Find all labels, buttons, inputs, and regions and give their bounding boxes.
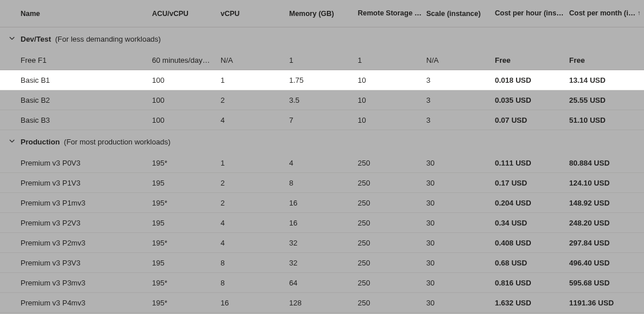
cell-memory: 7 — [289, 116, 358, 124]
cell-memory: 1 — [289, 56, 358, 65]
sort-ascending-icon[interactable]: ↑ — [638, 9, 641, 16]
table-row[interactable]: Premium v3 P3mv3195*864250300.816 USD595… — [0, 273, 644, 293]
cell-vcpu: 2 — [221, 179, 289, 187]
cell-scale: 3 — [426, 96, 495, 104]
cell-vcpu: 1 — [221, 76, 289, 84]
table-row[interactable]: Premium v3 P4mv3195*16128250301.632 USD1… — [0, 293, 644, 313]
cell-memory: 32 — [289, 239, 358, 247]
cell-storage: 250 — [358, 179, 426, 187]
table-row[interactable]: Premium v3 P2mv3195*432250300.408 USD297… — [0, 233, 644, 253]
group-header[interactable]: Production (For most production workload… — [0, 130, 644, 153]
cell-scale: 3 — [426, 116, 495, 124]
group-header[interactable]: Dev/Test (For less demanding workloads) — [0, 27, 644, 50]
cell-name: Free F1 — [21, 56, 152, 65]
cell-memory: 16 — [289, 219, 358, 227]
cell-storage: 250 — [358, 159, 426, 167]
cell-name: Premium v3 P3V3 — [21, 259, 152, 267]
cell-memory: 3.5 — [289, 96, 358, 104]
col-storage[interactable]: Remote Storage (GB) — [358, 9, 426, 18]
cell-storage: 250 — [358, 239, 426, 247]
cell-storage: 250 — [358, 199, 426, 207]
cell-cost-mo: 1191.36 USD — [569, 299, 643, 307]
cell-storage: 250 — [358, 219, 426, 227]
cell-name: Basic B2 — [21, 96, 152, 104]
cell-scale: N/A — [426, 56, 495, 65]
cell-storage: 10 — [358, 96, 426, 104]
col-cost-mo[interactable]: Cost per month (instance) — [569, 9, 643, 18]
col-name[interactable]: Name — [21, 10, 152, 18]
cell-name: Premium v3 P4mv3 — [21, 299, 152, 307]
cell-memory: 1.75 — [289, 76, 358, 84]
cell-vcpu: 4 — [221, 239, 289, 247]
cell-cost-hr: 0.816 USD — [495, 279, 569, 287]
cell-storage: 10 — [358, 76, 426, 84]
col-memory[interactable]: Memory (GB) — [289, 10, 358, 18]
cell-acu: 100 — [152, 76, 221, 84]
group-label: Dev/Test (For less demanding workloads) — [21, 35, 643, 43]
cell-acu: 195* — [152, 299, 221, 307]
cell-cost-mo: 248.20 USD — [569, 219, 643, 227]
table-row[interactable]: Basic B110011.751030.018 USD13.14 USD — [0, 70, 644, 90]
cell-vcpu: 16 — [221, 299, 289, 307]
cell-cost-mo: 496.40 USD — [569, 259, 643, 267]
cell-cost-mo: 297.84 USD — [569, 239, 643, 247]
cell-cost-mo: 51.10 USD — [569, 116, 643, 124]
cell-cost-hr: Free — [495, 56, 569, 65]
cell-storage: 1 — [358, 56, 426, 65]
cell-cost-hr: 0.68 USD — [495, 259, 569, 267]
cell-vcpu: 4 — [221, 116, 289, 124]
cell-vcpu: 8 — [221, 259, 289, 267]
cell-acu: 60 minutes/day… — [152, 56, 221, 65]
cell-vcpu: 4 — [221, 219, 289, 227]
table-header-row: Name ACU/vCPU vCPU Memory (GB) Remote St… — [0, 0, 644, 27]
cell-acu: 195 — [152, 179, 221, 187]
cell-cost-mo: 595.68 USD — [569, 279, 643, 287]
table-row[interactable]: Premium v3 P0V3195*14250300.111 USD80.88… — [0, 153, 644, 173]
cell-scale: 30 — [426, 219, 495, 227]
chevron-down-icon — [9, 35, 15, 43]
cell-vcpu: 8 — [221, 279, 289, 287]
cell-cost-hr: 0.07 USD — [495, 116, 569, 124]
cell-scale: 30 — [426, 299, 495, 307]
cell-acu: 195* — [152, 199, 221, 207]
cell-scale: 30 — [426, 159, 495, 167]
cell-scale: 30 — [426, 279, 495, 287]
cell-cost-mo: 80.884 USD — [569, 159, 643, 167]
cell-acu: 195* — [152, 279, 221, 287]
cell-cost-hr: 0.408 USD — [495, 239, 569, 247]
cell-cost-hr: 0.17 USD — [495, 179, 569, 187]
cell-cost-mo: 148.92 USD — [569, 199, 643, 207]
cell-cost-hr: 0.035 USD — [495, 96, 569, 104]
cell-vcpu: 2 — [221, 199, 289, 207]
table-row[interactable]: Premium v3 P3V3195832250300.68 USD496.40… — [0, 253, 644, 273]
cell-vcpu: N/A — [221, 56, 289, 65]
cell-name: Basic B1 — [21, 76, 152, 84]
table-row[interactable]: Basic B210023.51030.035 USD25.55 USD — [0, 90, 644, 110]
col-vcpu[interactable]: vCPU — [221, 10, 289, 18]
cell-memory: 64 — [289, 279, 358, 287]
cell-name: Premium v3 P3mv3 — [21, 279, 152, 287]
table-row[interactable]: Free F160 minutes/day…N/A11N/AFreeFree — [0, 50, 644, 70]
cell-memory: 32 — [289, 259, 358, 267]
cell-cost-mo: Free — [569, 56, 643, 65]
chevron-down-icon — [9, 138, 15, 146]
col-scale[interactable]: Scale (instance) — [426, 10, 495, 18]
cell-storage: 250 — [358, 299, 426, 307]
cell-name: Premium v3 P2mv3 — [21, 239, 152, 247]
cell-acu: 195 — [152, 259, 221, 267]
cell-memory: 4 — [289, 159, 358, 167]
col-cost-hr[interactable]: Cost per hour (instance) — [495, 9, 569, 18]
cell-cost-hr: 1.632 USD — [495, 299, 569, 307]
table-row[interactable]: Premium v3 P1V319528250300.17 USD124.10 … — [0, 173, 644, 193]
col-acu[interactable]: ACU/vCPU — [152, 10, 221, 18]
cell-storage: 10 — [358, 116, 426, 124]
table-row[interactable]: Premium v3 P1mv3195*216250300.204 USD148… — [0, 193, 644, 213]
cell-cost-hr: 0.34 USD — [495, 219, 569, 227]
cell-cost-mo: 13.14 USD — [569, 76, 643, 84]
cell-name: Premium v3 P0V3 — [21, 159, 152, 167]
cell-memory: 16 — [289, 199, 358, 207]
cell-name: Premium v3 P1V3 — [21, 179, 152, 187]
table-row[interactable]: Basic B3100471030.07 USD51.10 USD — [0, 110, 644, 130]
table-row[interactable]: Premium v3 P2V3195416250300.34 USD248.20… — [0, 213, 644, 233]
cell-memory: 128 — [289, 299, 358, 307]
